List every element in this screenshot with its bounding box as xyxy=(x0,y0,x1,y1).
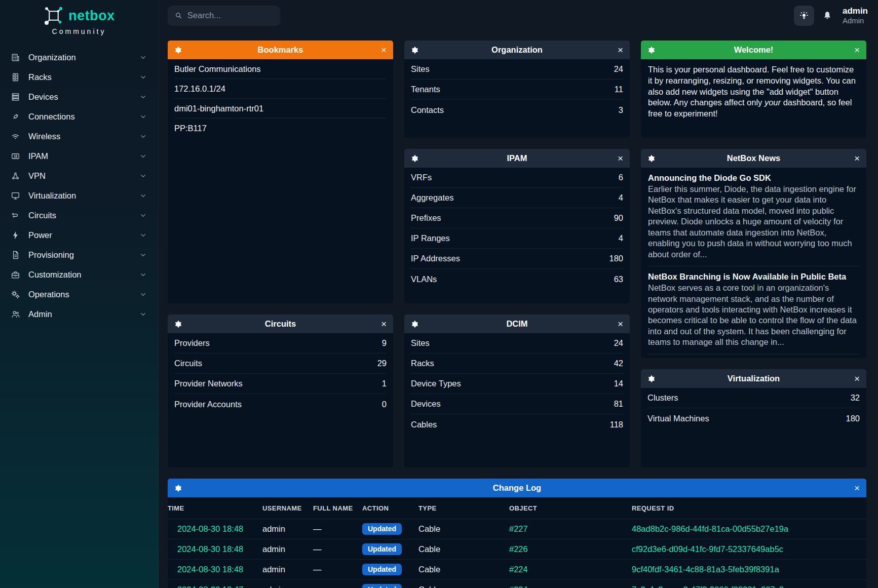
gear-icon[interactable] xyxy=(647,375,656,383)
ipam-stats: VRFs 6 Aggregates 4 Prefixes xyxy=(404,168,630,289)
gear-icon[interactable] xyxy=(174,46,182,54)
bookmark-item[interactable]: 172.16.0.1/24 xyxy=(174,79,387,99)
news-article-title[interactable]: NetBox Branching is Now Available in Pub… xyxy=(648,272,859,282)
changelog-request-id-link[interactable]: 7c3c4c3c-aac9-47f3-9066-f08301c007c2 xyxy=(632,585,784,588)
stat-value[interactable]: 180 xyxy=(609,254,623,263)
stat-row: Prefixes 90 xyxy=(411,208,623,228)
changelog-object-link[interactable]: #224 xyxy=(509,565,528,574)
stat-value[interactable]: 180 xyxy=(846,414,860,423)
notifications-button[interactable] xyxy=(822,11,832,21)
gear-icon[interactable] xyxy=(174,320,182,328)
sidebar-item[interactable]: Wireless xyxy=(0,127,158,146)
sidebar-item[interactable]: Provisioning xyxy=(0,245,158,265)
news-list: Announcing the Diode Go SDK Earlier this… xyxy=(641,168,866,358)
gear-icon[interactable] xyxy=(647,154,656,163)
close-icon[interactable]: × xyxy=(618,153,623,163)
changelog-column-header: Type xyxy=(418,497,509,519)
close-icon[interactable]: × xyxy=(618,319,623,329)
sidebar-item[interactable]: IPAM xyxy=(0,146,158,166)
changelog-object-link[interactable]: #227 xyxy=(509,524,528,533)
bookmark-item[interactable]: dmi01-binghamton-rtr01 xyxy=(174,99,387,119)
stat-value[interactable]: 6 xyxy=(619,173,623,182)
stat-value[interactable]: 29 xyxy=(377,359,387,368)
sidebar-item[interactable]: Connections xyxy=(0,107,158,127)
changelog-row: 2024-08-30 18:48 admin — Updated Cable #… xyxy=(168,519,866,539)
changelog-object-link[interactable]: #226 xyxy=(509,544,528,554)
stat-value[interactable]: 42 xyxy=(614,359,623,368)
stat-row: Provider Networks 1 xyxy=(174,374,387,394)
stat-value[interactable]: 4 xyxy=(619,233,623,243)
organization-stats: Sites 24 Tenants 11 Contacts xyxy=(404,59,630,120)
changelog-time-link[interactable]: 2024-08-30 18:48 xyxy=(177,565,243,574)
stat-value[interactable]: 90 xyxy=(614,213,623,223)
stat-value[interactable]: 63 xyxy=(614,275,623,284)
gear-icon[interactable] xyxy=(174,484,182,492)
sidebar-item-icon xyxy=(11,211,20,220)
close-icon[interactable]: × xyxy=(854,153,860,163)
changelog-request-id-link[interactable]: 9cf40fdf-3461-4c88-81a3-5feb39f8391a xyxy=(632,565,779,574)
netbox-logo-icon xyxy=(43,5,64,26)
sidebar-item[interactable]: Power xyxy=(0,225,158,245)
bookmark-item[interactable]: Butler Communications xyxy=(174,59,387,79)
changelog-time-link[interactable]: 2024-08-30 18:48 xyxy=(177,524,243,533)
close-icon[interactable]: × xyxy=(381,45,387,55)
user-menu[interactable]: admin Admin xyxy=(841,6,868,25)
changelog-time-link[interactable]: 2024-08-30 18:48 xyxy=(177,544,243,554)
changelog-object-link[interactable]: #224 xyxy=(509,585,528,588)
changelog-fullname: — xyxy=(313,580,362,588)
stat-value[interactable]: 3 xyxy=(619,105,623,115)
stat-value[interactable]: 24 xyxy=(614,338,623,348)
stat-row: Sites 24 xyxy=(411,333,623,354)
stat-value[interactable]: 0 xyxy=(382,400,387,409)
stat-row: Sites 24 xyxy=(411,59,623,80)
close-icon[interactable]: × xyxy=(854,374,860,383)
sidebar-item[interactable]: Racks xyxy=(0,67,158,87)
stat-value[interactable]: 118 xyxy=(610,420,623,429)
close-icon[interactable]: × xyxy=(854,483,860,493)
gear-icon[interactable] xyxy=(647,46,656,54)
stat-value[interactable]: 14 xyxy=(614,379,623,388)
stat-value[interactable]: 9 xyxy=(382,338,387,348)
changelog-request-id-link[interactable]: 48ad8b2c-986d-44fd-81ca-00d55b27e19a xyxy=(632,524,788,533)
changelog-username: admin xyxy=(262,560,313,580)
news-article-title[interactable]: Announcing the Diode Go SDK xyxy=(648,173,859,183)
sidebar-item[interactable]: Devices xyxy=(0,87,158,107)
sidebar-item[interactable]: Virtualization xyxy=(0,186,158,206)
sidebar-item[interactable]: VPN xyxy=(0,166,158,186)
sidebar-item[interactable]: Organization xyxy=(0,48,158,67)
sidebar-item[interactable]: Admin xyxy=(0,304,158,324)
stat-value[interactable]: 1 xyxy=(382,379,387,388)
stat-label: VRFs xyxy=(411,173,432,182)
netbox-logo[interactable]: netbox Community xyxy=(0,0,158,35)
close-icon[interactable]: × xyxy=(618,45,623,55)
chevron-down-icon xyxy=(139,212,147,219)
gear-icon[interactable] xyxy=(411,320,419,328)
search-icon xyxy=(175,11,182,20)
sidebar-item[interactable]: Circuits xyxy=(0,206,158,225)
bookmark-item[interactable]: PP:B117 xyxy=(174,119,387,138)
close-icon[interactable]: × xyxy=(854,45,860,55)
stat-value[interactable]: 24 xyxy=(614,64,623,74)
changelog-time-link[interactable]: 2024-08-30 18:47 xyxy=(177,585,243,588)
chevron-down-icon xyxy=(139,192,147,200)
sidebar-item[interactable]: Customization xyxy=(0,265,158,285)
stat-value[interactable]: 81 xyxy=(614,399,623,409)
stat-label: Virtual Machines xyxy=(647,414,709,423)
changelog-username: admin xyxy=(262,580,313,588)
changelog-request-id-link[interactable]: cf92d3e6-d09d-41fc-9fd7-52337649ab5c xyxy=(632,544,783,554)
gear-icon[interactable] xyxy=(411,46,419,54)
stat-value[interactable]: 4 xyxy=(619,193,623,203)
widget-title: IPAM xyxy=(404,153,630,163)
close-icon[interactable]: × xyxy=(381,319,387,329)
sidebar-item[interactable]: Operations xyxy=(0,285,158,304)
theme-toggle-button[interactable] xyxy=(794,6,814,26)
gear-icon[interactable] xyxy=(411,154,419,163)
search-input[interactable] xyxy=(187,11,273,20)
stat-value[interactable]: 32 xyxy=(851,393,860,403)
sidebar-item-label: Admin xyxy=(28,309,52,319)
changelog-table: Time Username Full Name Action Type Obje… xyxy=(168,497,866,588)
netbox-dashboard: netbox Community Organization Racks xyxy=(0,0,878,588)
sidebar: netbox Community Organization Racks xyxy=(0,0,159,588)
chevron-down-icon xyxy=(139,152,147,160)
stat-value[interactable]: 11 xyxy=(615,85,623,94)
